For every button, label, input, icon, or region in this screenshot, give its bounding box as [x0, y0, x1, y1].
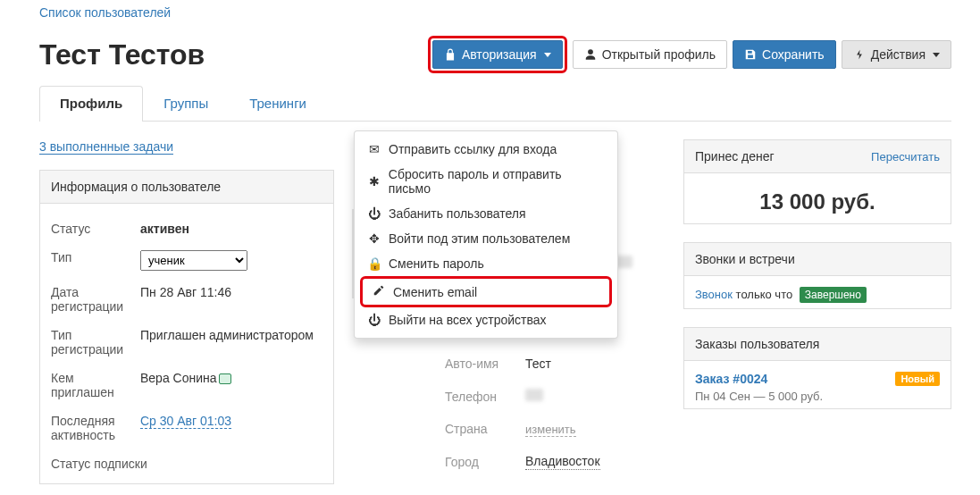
tab-profile[interactable]: Профиль [39, 86, 143, 122]
money-icon [219, 373, 231, 384]
call-status-badge: Завершено [800, 287, 867, 303]
city-editable[interactable]: Владивосток [525, 454, 600, 470]
money-amount: 13 000 руб. [684, 173, 951, 223]
menu-label: Забанить пользователя [389, 206, 526, 221]
open-profile-button[interactable]: Открытый профиль [573, 40, 727, 69]
value-invited-by: Вера Сонина [140, 371, 322, 399]
menu-send-login-link[interactable]: ✉ Отправить ссылку для входа [355, 137, 617, 162]
orders-panel-title: Заказы пользователя [684, 328, 951, 361]
label-phone: Телефон [445, 390, 525, 404]
menu-change-email[interactable]: Сменить email [368, 281, 604, 303]
bolt-icon [853, 48, 866, 61]
calls-panel: Звонки и встречи Звонок только что Завер… [683, 242, 951, 309]
power-icon: ⏻ [367, 206, 381, 221]
actions-label: Действия [871, 48, 926, 61]
user-icon [584, 48, 597, 61]
save-label: Сохранить [762, 48, 825, 61]
panel-title: Информация о пользователе [40, 171, 333, 204]
menu-label: Войти под этим пользователем [389, 231, 570, 246]
auto-name-value: Тест [525, 357, 666, 371]
menu-logout-all[interactable]: ⏻ Выйти на всех устройствах [355, 307, 617, 332]
auth-button-label: Авторизация [462, 48, 537, 61]
edit-icon [372, 284, 386, 299]
open-profile-label: Открытый профиль [602, 48, 716, 61]
breadcrumb-users-list[interactable]: Список пользователей [39, 0, 171, 20]
caret-down-icon [544, 53, 551, 57]
menu-login-as[interactable]: ✥ Войти под этим пользователем [355, 226, 617, 251]
label-invited-by: Кем приглашен [51, 371, 140, 399]
move-icon: ✥ [367, 231, 381, 246]
orders-panel: Заказы пользователя Заказ #0024 Новый Пн… [683, 327, 951, 409]
last-activity-link[interactable]: Ср 30 Авг 01:03 [140, 414, 231, 429]
save-icon [744, 48, 757, 61]
label-last-activity: Последняя активность [51, 414, 140, 442]
value-reg-type: Приглашен администратором [140, 328, 322, 357]
menu-ban-user[interactable]: ⏻ Забанить пользователя [355, 201, 617, 226]
menu-label: Сменить email [393, 285, 477, 299]
label-type: Тип [51, 250, 140, 271]
auth-dropdown-menu: ✉ Отправить ссылку для входа ✱ Сбросить … [354, 130, 618, 339]
label-city: Город [445, 455, 525, 469]
label-subscription: Статус подписки [51, 457, 147, 471]
call-link[interactable]: Звонок [695, 288, 733, 301]
value-reg-date: Пн 28 Авг 11:46 [140, 285, 322, 314]
highlight-auth: Авторизация [428, 36, 567, 73]
order-link[interactable]: Заказ #0024 [695, 372, 767, 386]
value-status: активен [140, 222, 322, 236]
caret-down-icon [933, 53, 940, 57]
label-reg-type: Тип регистрации [51, 328, 140, 357]
menu-reset-password[interactable]: ✱ Сбросить пароль и отправить письмо [355, 162, 617, 201]
highlight-change-email: Сменить email [360, 276, 612, 307]
menu-label: Выйти на всех устройствах [389, 313, 547, 327]
label-reg-date: Дата регистрации [51, 285, 140, 314]
tab-trainings[interactable]: Тренинги [229, 86, 327, 122]
calls-panel-title: Звонки и встречи [684, 243, 951, 276]
order-badge-new: Новый [895, 372, 940, 386]
recalc-link[interactable]: Пересчитать [871, 150, 940, 164]
menu-label: Сбросить пароль и отправить письмо [389, 167, 605, 196]
user-info-panel: Информация о пользователе Статус активен… [39, 170, 334, 484]
order-subline: Пн 04 Сен — 5 000 руб. [695, 390, 940, 403]
auth-dropdown-button[interactable]: Авторизация [432, 40, 563, 69]
envelope-icon: ✉ [367, 142, 381, 156]
completed-tasks-link[interactable]: 3 выполненные задачи [39, 139, 173, 155]
menu-label: Отправить ссылку для входа [389, 142, 557, 156]
money-panel: Принес денег Пересчитать 13 000 руб. [683, 139, 951, 224]
tabs: Профиль Группы Тренинги [39, 86, 951, 122]
save-button[interactable]: Сохранить [733, 40, 836, 69]
label-auto-name: Авто-имя [445, 357, 525, 371]
lock-icon [444, 48, 456, 61]
page-title: Тест Тестов [39, 38, 205, 71]
actions-dropdown-button[interactable]: Действия [842, 40, 951, 69]
country-change-link[interactable]: изменить [525, 423, 576, 437]
user-type-select[interactable]: ученик [140, 250, 247, 271]
menu-change-password[interactable]: 🔒 Сменить пароль [355, 251, 617, 276]
call-when-text: только что [736, 288, 793, 301]
label-country: Страна [445, 422, 525, 436]
lock-icon: 🔒 [367, 256, 381, 271]
label-status: Статус [51, 222, 140, 236]
menu-label: Сменить пароль [389, 256, 484, 271]
phone-value-hidden [525, 389, 543, 401]
power-icon: ⏻ [367, 313, 381, 327]
tab-groups[interactable]: Группы [143, 86, 229, 122]
asterisk-icon: ✱ [367, 174, 381, 189]
money-panel-title: Принес денег [695, 149, 775, 164]
